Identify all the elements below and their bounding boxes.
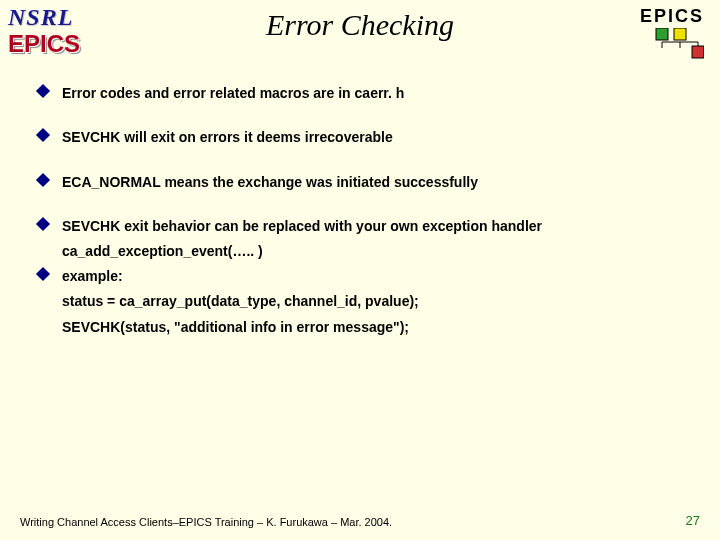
header: NSRL EPICS Error Checking EPICS bbox=[0, 0, 720, 60]
svg-rect-5 bbox=[674, 28, 686, 40]
bullet-list: Error codes and error related macros are… bbox=[38, 82, 690, 341]
bullet-text: Error codes and error related macros are… bbox=[62, 82, 404, 104]
sub-line: ca_add_exception_event(….. ) bbox=[62, 240, 690, 264]
footer-text: Writing Channel Access Clients–EPICS Tra… bbox=[20, 516, 392, 528]
bullet-text: SEVCHK will exit on errors it deems irre… bbox=[62, 126, 393, 148]
svg-rect-4 bbox=[656, 28, 668, 40]
list-item: ECA_NORMAL means the exchange was initia… bbox=[38, 171, 690, 193]
page-number: 27 bbox=[686, 513, 700, 528]
list-item: example: bbox=[38, 265, 690, 287]
bullet-text: ECA_NORMAL means the exchange was initia… bbox=[62, 171, 478, 193]
list-item: SEVCHK exit behavior can be replaced wit… bbox=[38, 215, 690, 237]
diamond-bullet-icon bbox=[36, 128, 50, 142]
sub-line: status = ca_array_put(data_type, channel… bbox=[62, 290, 690, 314]
diamond-bullet-icon bbox=[36, 267, 50, 281]
sub-line: SEVCHK(status, "additional info in error… bbox=[62, 316, 690, 340]
diamond-bullet-icon bbox=[36, 217, 50, 231]
epics-label-right: EPICS bbox=[640, 6, 704, 27]
page-title: Error Checking bbox=[0, 8, 720, 42]
list-item: Error codes and error related macros are… bbox=[38, 82, 690, 104]
epics-boxes-icon bbox=[654, 28, 704, 60]
diamond-bullet-icon bbox=[36, 84, 50, 98]
diamond-bullet-icon bbox=[36, 173, 50, 187]
bullet-text: SEVCHK exit behavior can be replaced wit… bbox=[62, 215, 542, 237]
bullet-text: example: bbox=[62, 265, 123, 287]
svg-rect-6 bbox=[692, 46, 704, 58]
list-item: SEVCHK will exit on errors it deems irre… bbox=[38, 126, 690, 148]
